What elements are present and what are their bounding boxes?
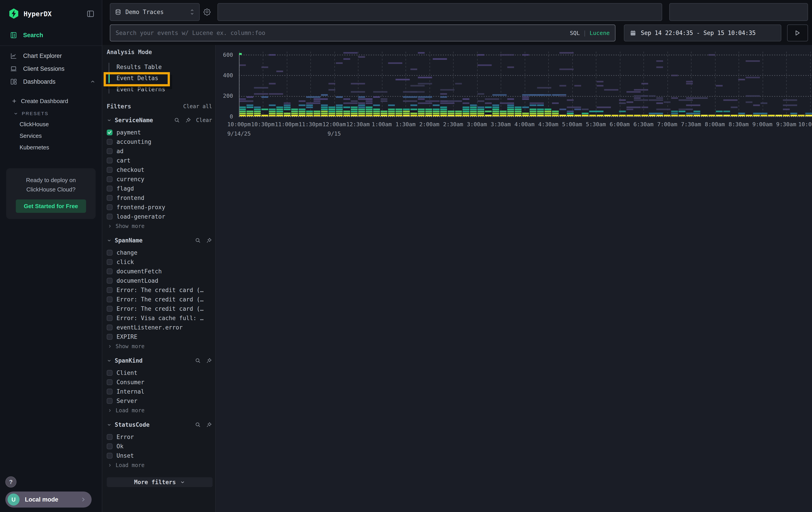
checkbox[interactable] — [107, 130, 113, 135]
filter-option-error-the-credit-card[interactable]: Error: The credit card (… — [107, 295, 212, 304]
checkbox[interactable] — [107, 398, 113, 404]
checkbox[interactable] — [107, 148, 113, 154]
checkbox[interactable] — [107, 334, 113, 340]
filter-option-error-the-credit-card[interactable]: Error: The credit card (… — [107, 304, 212, 314]
checkbox[interactable] — [107, 167, 113, 173]
source-select[interactable]: Demo Traces — [110, 3, 200, 21]
filter-option-currency[interactable]: currency — [107, 174, 212, 184]
user-menu[interactable]: U Local mode — [5, 491, 92, 508]
filter-option-documentfetch[interactable]: documentFetch — [107, 267, 212, 276]
checkbox[interactable] — [107, 434, 113, 440]
filter-option-client[interactable]: Client — [107, 368, 212, 378]
show-more-link[interactable]: Show more — [107, 342, 212, 350]
events-heatmap-chart[interactable]: 0200400600 10:00pm10:30pm11:00pm11:30pm1… — [216, 45, 812, 512]
checkbox[interactable] — [107, 379, 113, 385]
analysis-mode-option-results-table[interactable]: Results Table — [107, 61, 212, 73]
filter-option-unset[interactable]: Unset — [107, 451, 212, 460]
sidebar-item-kubernetes[interactable]: Kubernetes — [0, 141, 102, 153]
mode-toggle-sql[interactable]: SQL — [570, 30, 580, 36]
chevron-down-icon[interactable] — [107, 118, 112, 123]
checkbox[interactable] — [107, 158, 113, 163]
search-icon[interactable] — [195, 357, 201, 364]
checkbox[interactable] — [107, 214, 113, 219]
gear-icon[interactable] — [203, 8, 211, 16]
checkbox[interactable] — [107, 176, 113, 182]
checkbox[interactable] — [107, 297, 113, 302]
filter-option-ok[interactable]: Ok — [107, 442, 212, 451]
pin-icon[interactable] — [206, 357, 212, 364]
checkbox[interactable] — [107, 370, 113, 376]
checkbox[interactable] — [107, 195, 113, 201]
more-filters-button[interactable]: More filters — [107, 477, 212, 487]
sidebar-item-chart-explorer[interactable]: Chart Explorer — [0, 49, 102, 62]
sidebar-collapse-icon[interactable] — [85, 9, 96, 19]
checkbox[interactable] — [107, 443, 113, 449]
create-dashboard-button[interactable]: Create Dashboard — [0, 95, 102, 107]
filter-option-click[interactable]: click — [107, 257, 212, 267]
heatmap-canvas[interactable] — [239, 51, 812, 117]
filter-option-accounting[interactable]: accounting — [107, 137, 212, 146]
checkbox[interactable] — [107, 139, 113, 145]
filter-option-consumer[interactable]: Consumer — [107, 378, 212, 387]
chevron-down-icon[interactable] — [107, 358, 112, 363]
sidebar-item-services[interactable]: Services — [0, 130, 102, 141]
filter-option-expire[interactable]: EXPIRE — [107, 332, 212, 342]
sidebar-item-clickhouse[interactable]: ClickHouse — [0, 118, 102, 130]
get-started-button[interactable]: Get Started for Free — [16, 199, 86, 213]
filter-option-cart[interactable]: cart — [107, 156, 212, 165]
checkbox[interactable] — [107, 453, 113, 459]
search-input[interactable]: Search your events w/ Lucene ex. column:… — [110, 25, 615, 42]
filter-option-checkout[interactable]: checkout — [107, 165, 212, 174]
checkbox[interactable] — [107, 287, 113, 293]
filter-option-error[interactable]: Error — [107, 432, 212, 442]
checkbox[interactable] — [107, 306, 113, 312]
checkbox[interactable] — [107, 186, 113, 191]
filter-option-frontend-proxy[interactable]: frontend-proxy — [107, 203, 212, 212]
pin-icon[interactable] — [185, 117, 191, 123]
sql-select-input[interactable] — [218, 3, 662, 21]
sidebar-item-client-sessions[interactable]: Client Sessions — [0, 62, 102, 75]
search-icon[interactable] — [174, 117, 180, 123]
checkbox[interactable] — [107, 325, 113, 330]
time-range-picker[interactable]: Sep 14 22:04:35 - Sep 15 10:04:35 — [624, 25, 781, 42]
checkbox[interactable] — [107, 268, 113, 274]
filter-option-frontend[interactable]: frontend — [107, 193, 212, 203]
analysis-mode-option-event-patterns[interactable]: Event Patterns — [107, 84, 212, 95]
checkbox[interactable] — [107, 259, 113, 265]
presets-toggle[interactable]: PRESETS — [0, 109, 102, 118]
filter-option-error-the-credit-card[interactable]: Error: The credit card (… — [107, 286, 212, 295]
chevron-down-icon[interactable] — [107, 422, 112, 427]
search-icon[interactable] — [195, 422, 201, 428]
show-more-link[interactable]: Show more — [107, 222, 212, 230]
search-icon[interactable] — [195, 237, 201, 244]
filter-option-flagd[interactable]: flagd — [107, 184, 212, 193]
sidebar-item-search[interactable]: Search — [0, 28, 102, 43]
pin-icon[interactable] — [206, 237, 212, 244]
filter-option-change[interactable]: change — [107, 248, 212, 257]
load-more-link[interactable]: Load more — [107, 406, 212, 414]
analysis-mode-option-event-deltas[interactable]: Event Deltas — [107, 73, 212, 84]
filter-option-internal[interactable]: Internal — [107, 387, 212, 396]
help-button[interactable]: ? — [5, 476, 17, 487]
filter-option-eventlistener-error[interactable]: eventListener.error — [107, 323, 212, 332]
run-search-button[interactable] — [787, 25, 808, 42]
pin-icon[interactable] — [206, 422, 212, 428]
checkbox[interactable] — [107, 278, 113, 284]
sidebar-item-dashboards[interactable]: Dashboards — [0, 75, 102, 88]
checkbox[interactable] — [107, 204, 113, 210]
filter-option-documentload[interactable]: documentLoad — [107, 276, 212, 286]
load-more-link[interactable]: Load more — [107, 461, 212, 469]
checkbox[interactable] — [107, 315, 113, 321]
clear-all-filters-link[interactable]: Clear all — [183, 103, 212, 110]
checkbox[interactable] — [107, 250, 113, 255]
checkbox[interactable] — [107, 389, 113, 395]
clear-filter-link[interactable]: Clear — [196, 117, 212, 123]
filter-option-load-generator[interactable]: load-generator — [107, 212, 212, 221]
filter-option-ad[interactable]: ad — [107, 146, 212, 156]
filter-option-server[interactable]: Server — [107, 396, 212, 406]
order-by-input[interactable] — [669, 3, 808, 21]
filter-option-error-visa-cache-full[interactable]: Error: Visa cache full: … — [107, 314, 212, 323]
chevron-down-icon[interactable] — [107, 238, 112, 243]
mode-toggle-lucene[interactable]: Lucene — [590, 30, 610, 36]
filter-option-payment[interactable]: payment — [107, 128, 212, 137]
